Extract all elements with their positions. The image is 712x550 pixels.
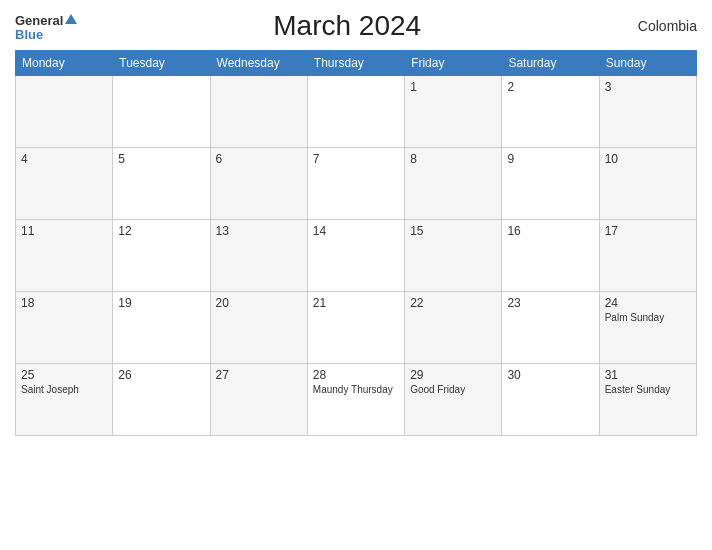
calendar-week-row: 11121314151617 <box>16 220 697 292</box>
day-number: 11 <box>21 224 107 238</box>
table-row: 29Good Friday <box>405 364 502 436</box>
header-sunday: Sunday <box>599 51 696 76</box>
day-number: 23 <box>507 296 593 310</box>
header-thursday: Thursday <box>307 51 404 76</box>
day-number: 1 <box>410 80 496 94</box>
day-number: 2 <box>507 80 593 94</box>
table-row: 11 <box>16 220 113 292</box>
table-row <box>307 76 404 148</box>
logo: General Blue <box>15 12 77 41</box>
table-row: 17 <box>599 220 696 292</box>
day-number: 29 <box>410 368 496 382</box>
calendar-table: Monday Tuesday Wednesday Thursday Friday… <box>15 50 697 436</box>
table-row <box>210 76 307 148</box>
table-row: 31Easter Sunday <box>599 364 696 436</box>
day-number: 28 <box>313 368 399 382</box>
day-number: 5 <box>118 152 204 166</box>
day-number: 12 <box>118 224 204 238</box>
header-saturday: Saturday <box>502 51 599 76</box>
table-row: 1 <box>405 76 502 148</box>
calendar-page: General Blue March 2024 Colombia Monday … <box>0 0 712 550</box>
table-row: 14 <box>307 220 404 292</box>
table-row: 24Palm Sunday <box>599 292 696 364</box>
logo-triangle-icon <box>65 14 77 24</box>
table-row <box>16 76 113 148</box>
day-number: 14 <box>313 224 399 238</box>
table-row: 7 <box>307 148 404 220</box>
day-number: 27 <box>216 368 302 382</box>
calendar-week-row: 123 <box>16 76 697 148</box>
table-row: 9 <box>502 148 599 220</box>
table-row: 5 <box>113 148 210 220</box>
day-number: 26 <box>118 368 204 382</box>
event-label: Saint Joseph <box>21 384 107 395</box>
country-label: Colombia <box>617 18 697 34</box>
table-row: 10 <box>599 148 696 220</box>
day-number: 3 <box>605 80 691 94</box>
day-number: 13 <box>216 224 302 238</box>
day-number: 20 <box>216 296 302 310</box>
table-row: 16 <box>502 220 599 292</box>
weekday-header-row: Monday Tuesday Wednesday Thursday Friday… <box>16 51 697 76</box>
day-number: 15 <box>410 224 496 238</box>
day-number: 6 <box>216 152 302 166</box>
header-friday: Friday <box>405 51 502 76</box>
table-row: 22 <box>405 292 502 364</box>
table-row: 3 <box>599 76 696 148</box>
day-number: 16 <box>507 224 593 238</box>
table-row: 12 <box>113 220 210 292</box>
calendar-week-row: 18192021222324Palm Sunday <box>16 292 697 364</box>
day-number: 10 <box>605 152 691 166</box>
table-row: 26 <box>113 364 210 436</box>
logo-text: General <box>15 12 77 28</box>
logo-blue: Blue <box>15 28 77 41</box>
day-number: 25 <box>21 368 107 382</box>
header-monday: Monday <box>16 51 113 76</box>
day-number: 24 <box>605 296 691 310</box>
calendar-week-row: 45678910 <box>16 148 697 220</box>
table-row: 23 <box>502 292 599 364</box>
table-row: 18 <box>16 292 113 364</box>
table-row: 6 <box>210 148 307 220</box>
table-row: 8 <box>405 148 502 220</box>
day-number: 4 <box>21 152 107 166</box>
day-number: 17 <box>605 224 691 238</box>
event-label: Maundy Thursday <box>313 384 399 395</box>
table-row: 20 <box>210 292 307 364</box>
day-number: 18 <box>21 296 107 310</box>
table-row: 2 <box>502 76 599 148</box>
event-label: Palm Sunday <box>605 312 691 323</box>
table-row: 4 <box>16 148 113 220</box>
table-row: 30 <box>502 364 599 436</box>
header-wednesday: Wednesday <box>210 51 307 76</box>
logo-general: General <box>15 13 63 28</box>
table-row: 27 <box>210 364 307 436</box>
header-tuesday: Tuesday <box>113 51 210 76</box>
event-label: Easter Sunday <box>605 384 691 395</box>
event-label: Good Friday <box>410 384 496 395</box>
table-row: 13 <box>210 220 307 292</box>
table-row: 25Saint Joseph <box>16 364 113 436</box>
day-number: 7 <box>313 152 399 166</box>
table-row: 19 <box>113 292 210 364</box>
table-row: 15 <box>405 220 502 292</box>
calendar-title: March 2024 <box>77 10 617 42</box>
day-number: 21 <box>313 296 399 310</box>
day-number: 8 <box>410 152 496 166</box>
day-number: 9 <box>507 152 593 166</box>
calendar-week-row: 25Saint Joseph262728Maundy Thursday29Goo… <box>16 364 697 436</box>
table-row: 21 <box>307 292 404 364</box>
header: General Blue March 2024 Colombia <box>15 10 697 42</box>
table-row <box>113 76 210 148</box>
table-row: 28Maundy Thursday <box>307 364 404 436</box>
day-number: 19 <box>118 296 204 310</box>
day-number: 22 <box>410 296 496 310</box>
day-number: 31 <box>605 368 691 382</box>
day-number: 30 <box>507 368 593 382</box>
